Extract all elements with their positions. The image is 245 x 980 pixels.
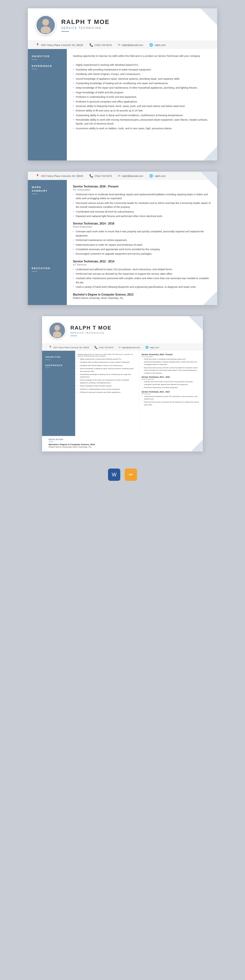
- contact-website-3: 🌐 ralph.com: [145, 346, 159, 349]
- experience-item: Remarkable ability to work with moving m…: [73, 118, 211, 126]
- experience-divider: [32, 69, 37, 69]
- work-entry-company: DT Services: [73, 263, 211, 266]
- contact-phone-3: 📞 (704) 720-5679: [94, 346, 113, 349]
- education-section-3: EDUCATION Bachelor's Degree in Computer …: [42, 436, 203, 451]
- phone-text: (704) 720-5679: [95, 44, 112, 46]
- work-entry-company: Rush Enterprises: [73, 225, 211, 228]
- website-text: ralph.com: [154, 44, 165, 46]
- experience-item: Highly experienced in working with Windo…: [73, 63, 211, 67]
- objective-divider: [32, 59, 37, 60]
- contact-email: ✉ ralph@alumail.com: [118, 43, 143, 47]
- email-text: ralph@alumail.com: [122, 44, 143, 46]
- candidate-title: SERVICE TECHNICIAN: [61, 27, 209, 30]
- education-label-2: EDUCATION: [32, 267, 63, 270]
- phone-icon: 📞: [89, 43, 93, 47]
- resume-main-content: Seeking opportunity to improve my skills…: [67, 49, 217, 161]
- experience-section: Highly experienced in working with Windo…: [73, 63, 211, 130]
- objective-text: Seeking opportunity to improve my skills…: [73, 54, 211, 58]
- objective-section: Seeking opportunity to improve my skills…: [73, 54, 211, 58]
- header-divider-3: [70, 336, 77, 336]
- contact-email-3: ✉ ralph@alumail.com: [119, 346, 140, 349]
- website-text-2: ralph.com: [154, 175, 165, 177]
- triangle-decoration-br-3: [191, 439, 203, 452]
- work-entry: Service Technician, 2014 - 2016Rush Ente…: [73, 222, 211, 256]
- exp-divider-3: [45, 368, 50, 368]
- resume-header-3: RALPH T MOE SERVICE TECHNICIAN: [42, 316, 203, 344]
- small-exp-item: Outstanding knowledge of heating and air…: [78, 373, 137, 378]
- contact-address-3: 📍 2527 Harry Place Concord, NC 28025: [49, 346, 89, 349]
- work-bullet-item: Performed maintenance on turbine equipme…: [73, 238, 211, 242]
- experience-item: Deep knowledge of the repair and mainten…: [73, 86, 211, 90]
- work-bullet-item: Completed necessary and appropriate work…: [73, 247, 211, 251]
- experience-item: Proficient in understanding of tools and…: [73, 95, 211, 99]
- contact-address-2: 📍 2527 Harry Place Concord, NC 28025: [36, 174, 83, 178]
- work-bullet-item: Encouraged customers to upgrade equipmen…: [73, 252, 211, 256]
- avatar: [36, 15, 56, 35]
- two-col-main: Seeking opportunity to improve my skills…: [75, 351, 203, 436]
- work-summary-divider: [32, 194, 37, 194]
- small-work-entry: Service Technician, 2016 - PresentPC Cor…: [142, 353, 200, 374]
- phone-text-3: (704) 720-5679: [99, 346, 113, 349]
- small-exp-item: Highly experienced in working with Windo…: [78, 358, 137, 361]
- candidate-name-3: RALPH T MOE: [70, 325, 196, 331]
- work-summary-label: WORK SUMMARY: [32, 186, 63, 192]
- work-bullet-item: Discussed various issues with the Commun…: [73, 201, 211, 209]
- resume-header: RALPH T MOE SERVICE TECHNICIAN: [28, 8, 217, 41]
- small-work-entry: Service Technician, 2014 - 2016Rush Ente…: [142, 376, 200, 389]
- pages-button[interactable]: ✏: [125, 469, 137, 481]
- resume-main-content-2: Service Technician, 2016 - PresentPC Cor…: [67, 180, 217, 305]
- small-exp-item: Proficient in personal computers and off…: [78, 391, 137, 394]
- small-exp-item: Proficient in understanding of tools and…: [78, 388, 137, 391]
- triangle-decoration-br: [203, 146, 217, 161]
- footer-toolbar: W ✏: [17, 464, 228, 486]
- objective-label: OBJECTIVE: [32, 55, 63, 58]
- work-bullet-item: Determined parts to order for repairs an…: [73, 243, 211, 247]
- small-exp-item: Familiarity with Diesel Engines, Pumps, …: [78, 364, 137, 367]
- work-bullet-item: Repaired and replaced light fixtures and…: [73, 214, 211, 218]
- contact-bar-2: 📍 2527 Harry Place Concord, NC 28025 📞 (…: [28, 172, 217, 180]
- svg-point-3: [53, 331, 62, 337]
- triangle-decoration-br-2: [203, 291, 217, 305]
- obj-divider-3: [45, 360, 50, 360]
- edu-degree-3: Bachelor's Degree in Computer Science, 2…: [49, 443, 196, 446]
- phone-icon-3: 📞: [94, 346, 98, 349]
- address-text-2: 2527 Harry Place Concord, NC 28025: [41, 175, 83, 177]
- work-entry-company: PC Corporation: [73, 188, 211, 191]
- work-entry-title: Service Technician, 2012 - 2014: [73, 260, 211, 263]
- work-bullet-item: Performed site surveys as directed by th…: [73, 272, 211, 276]
- work-entry: Service Technician, 2012 - 2014DT Servic…: [73, 260, 211, 289]
- web-icon-2: 🌐: [149, 174, 153, 178]
- experience-item: Uncommon ability to work on ladders, roo…: [73, 126, 211, 130]
- edu-school-3: Robert Morris University, Moon Township,…: [49, 446, 196, 448]
- work-entry-title: Service Technician, 2016 - Present: [73, 185, 211, 188]
- education-school: Robert Morris University, Moon Township,…: [73, 296, 211, 300]
- svg-point-1: [41, 26, 51, 33]
- small-exp-item: Huge knowledge of belief and diet progra…: [78, 384, 137, 387]
- resume-sidebar-3: OBJECTIVE EXPERIENCE: [42, 351, 75, 436]
- resume-sidebar-2: WORK SUMMARY EDUCATION: [28, 180, 67, 305]
- email-icon: ✉: [118, 43, 120, 47]
- experience-list: Highly experienced in working with Windo…: [73, 63, 211, 130]
- avatar-svg-3: [50, 323, 64, 337]
- work-entry: Service Technician, 2016 - PresentPC Cor…: [73, 185, 211, 218]
- email-icon-2: ✉: [118, 174, 120, 178]
- contact-phone-2: 📞 (704) 720-5679: [89, 174, 112, 178]
- work-bullets: Performed minor to moderate level plumbi…: [73, 192, 211, 218]
- experience-item: Familiarity with Diesel Engines, Pumps, …: [73, 72, 211, 76]
- email-text-2: ralph@alumail.com: [122, 175, 143, 177]
- word-button[interactable]: W: [108, 469, 120, 481]
- experience-item: Proficient in personal computers and off…: [73, 100, 211, 103]
- address-text-3: 2527 Harry Place Concord, NC 28025: [53, 346, 89, 349]
- avatar-3: [49, 322, 66, 339]
- svg-point-0: [42, 19, 49, 25]
- objective-label-3: OBJECTIVE: [45, 355, 72, 358]
- work-entry-title: Service Technician, 2014 - 2016: [73, 222, 211, 225]
- candidate-name: RALPH T MOE: [61, 18, 209, 25]
- address-text: 2527 Harry Place Concord, NC 28025: [41, 44, 83, 46]
- triangle-decoration-tl-2: [200, 172, 217, 188]
- experience-item: Huge knowledge of belief and diet progra…: [73, 91, 211, 94]
- edu-divider-3: [49, 442, 54, 442]
- contact-bar-3: 📍 2527 Harry Place Concord, NC 28025 📞 (…: [42, 344, 203, 351]
- work-bullet-item: Used a variety of hand-tools following b…: [73, 285, 211, 289]
- work-bullets: Oversaw each work order to insure that i…: [73, 229, 211, 256]
